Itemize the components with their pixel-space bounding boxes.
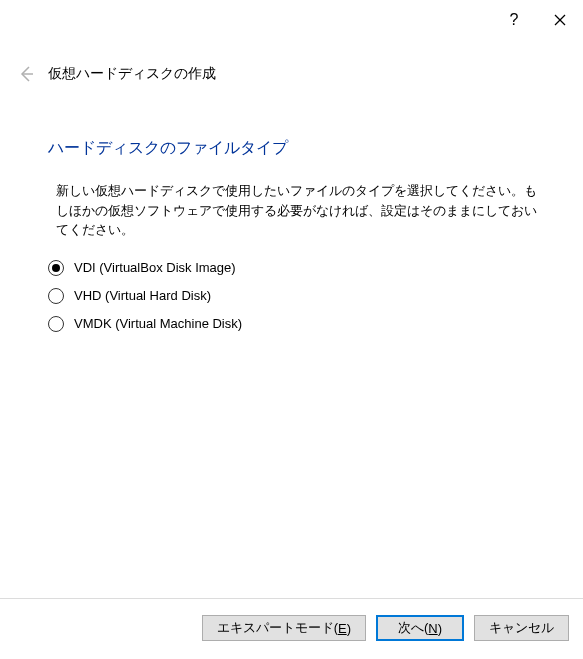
- section-heading: ハードディスクのファイルタイプ: [48, 138, 543, 159]
- radio-option-vdi[interactable]: VDI (VirtualBox Disk Image): [48, 260, 543, 276]
- back-button[interactable]: [12, 60, 40, 88]
- file-type-radio-group: VDI (VirtualBox Disk Image) VHD (Virtual…: [48, 260, 543, 332]
- next-button[interactable]: 次へ(N): [376, 615, 464, 641]
- section-description: 新しい仮想ハードディスクで使用したいファイルのタイプを選択してください。もしほか…: [48, 181, 543, 240]
- button-bar: エキスパートモード(E) 次へ(N) キャンセル: [202, 615, 569, 641]
- titlebar: ?: [0, 0, 583, 40]
- btn-mnemonic: N: [428, 621, 437, 636]
- cancel-button[interactable]: キャンセル: [474, 615, 569, 641]
- wizard-header: 仮想ハードディスクの作成: [0, 40, 583, 98]
- radio-icon: [48, 316, 64, 332]
- btn-text: エキスパートモード(: [217, 619, 338, 637]
- radio-option-vmdk[interactable]: VMDK (Virtual Machine Disk): [48, 316, 543, 332]
- btn-mnemonic: E: [338, 621, 347, 636]
- content-area: ハードディスクのファイルタイプ 新しい仮想ハードディスクで使用したいファイルのタ…: [0, 98, 583, 332]
- radio-label: VMDK (Virtual Machine Disk): [74, 316, 242, 331]
- expert-mode-button[interactable]: エキスパートモード(E): [202, 615, 366, 641]
- btn-text: 次へ(: [398, 619, 428, 637]
- radio-label: VHD (Virtual Hard Disk): [74, 288, 211, 303]
- close-button[interactable]: [537, 0, 583, 40]
- btn-text: ): [347, 621, 351, 636]
- btn-text: ): [438, 621, 442, 636]
- radio-icon: [48, 260, 64, 276]
- help-button[interactable]: ?: [491, 0, 537, 40]
- radio-option-vhd[interactable]: VHD (Virtual Hard Disk): [48, 288, 543, 304]
- separator: [0, 598, 583, 599]
- back-arrow-icon: [17, 65, 35, 83]
- radio-icon: [48, 288, 64, 304]
- wizard-title: 仮想ハードディスクの作成: [48, 65, 216, 83]
- close-icon: [554, 14, 566, 26]
- radio-label: VDI (VirtualBox Disk Image): [74, 260, 236, 275]
